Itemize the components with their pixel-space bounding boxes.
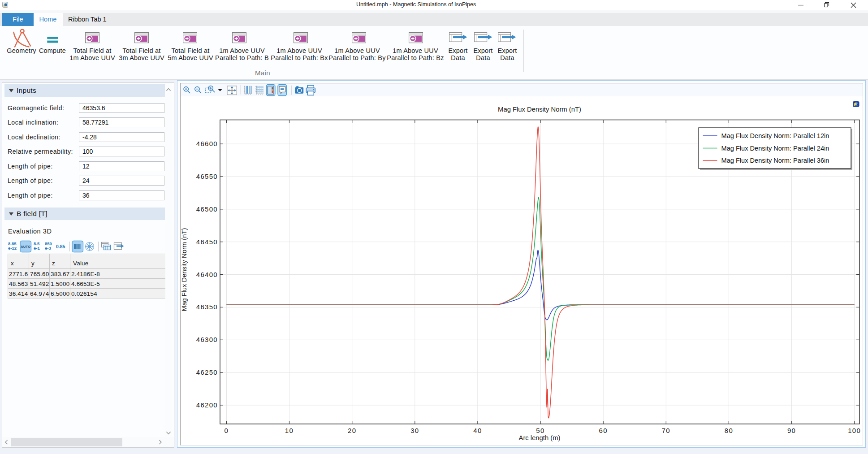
svg-text:Mag Flux Density Norm: Paralle: Mag Flux Density Norm: Parallel 12in bbox=[721, 132, 829, 139]
svg-text:Mag Flux Density Norm: Paralle: Mag Flux Density Norm: Parallel 36in bbox=[721, 157, 829, 164]
svg-text:Mag Flux Density Norm (nT): Mag Flux Density Norm (nT) bbox=[181, 228, 188, 311]
svg-text:46450: 46450 bbox=[196, 238, 218, 246]
svg-text:70: 70 bbox=[662, 427, 670, 434]
svg-text:46550: 46550 bbox=[196, 173, 218, 180]
svg-text:46300: 46300 bbox=[196, 336, 218, 343]
svg-text:90: 90 bbox=[787, 427, 796, 434]
svg-text:60: 60 bbox=[599, 427, 608, 434]
svg-text:20: 20 bbox=[348, 427, 356, 434]
svg-text:46400: 46400 bbox=[196, 271, 218, 278]
svg-text:Mag Flux Density Norm: Paralle: Mag Flux Density Norm: Parallel 24in bbox=[721, 145, 829, 152]
svg-text:46600: 46600 bbox=[196, 140, 218, 147]
svg-text:46200: 46200 bbox=[196, 401, 218, 409]
svg-text:46350: 46350 bbox=[196, 303, 218, 311]
svg-text:50: 50 bbox=[536, 427, 544, 434]
svg-text:Arc length (m): Arc length (m) bbox=[519, 434, 561, 441]
svg-text:30: 30 bbox=[410, 427, 419, 434]
svg-text:80: 80 bbox=[725, 427, 733, 434]
svg-text:0: 0 bbox=[225, 427, 229, 434]
svg-text:10: 10 bbox=[285, 427, 294, 434]
svg-text:46500: 46500 bbox=[196, 205, 218, 213]
svg-text:46250: 46250 bbox=[196, 368, 218, 376]
svg-text:40: 40 bbox=[473, 427, 482, 434]
svg-text:Mag Flux Density Norm (nT): Mag Flux Density Norm (nT) bbox=[498, 106, 581, 113]
svg-text:100: 100 bbox=[848, 427, 861, 434]
